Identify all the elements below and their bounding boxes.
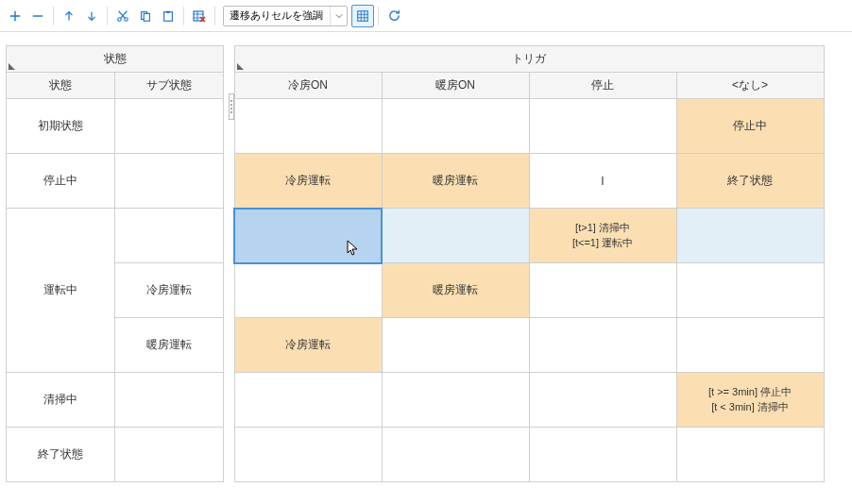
state-cell[interactable]: 運転中 — [7, 209, 115, 373]
trigger-col[interactable]: 停止 — [529, 73, 676, 99]
grid-cell[interactable] — [234, 373, 382, 428]
grid-cell[interactable]: 暖房運転 — [382, 154, 529, 209]
grid-cell[interactable]: 停止中 — [676, 99, 824, 154]
state-table: 状態 状態 サブ状態 初期状態 停止中 運転中 冷房運転 暖房運転 清掃中 終了… — [6, 45, 224, 482]
grid-cell[interactable] — [529, 99, 676, 154]
substate-cell[interactable]: 冷房運転 — [115, 263, 224, 318]
refresh-icon[interactable] — [383, 5, 405, 27]
substate-cell[interactable] — [115, 209, 224, 263]
grid-cell-selected[interactable] — [234, 209, 382, 263]
grid-cell[interactable] — [382, 318, 529, 373]
grid-cell[interactable] — [529, 263, 676, 318]
state-cell[interactable]: 初期状態 — [7, 99, 115, 154]
grid-cell[interactable] — [676, 318, 824, 373]
cell-line: [t >= 3min] 停止中 — [708, 386, 792, 397]
grid-cell[interactable] — [676, 428, 824, 482]
move-down-button[interactable] — [80, 5, 103, 27]
trigger-col[interactable]: <なし> — [676, 73, 824, 99]
grid-cell[interactable] — [234, 263, 382, 318]
trigger-col[interactable]: 冷房ON — [234, 73, 382, 99]
trigger-col[interactable]: 暖房ON — [382, 73, 529, 99]
grid-view-icon[interactable] — [351, 5, 374, 27]
grid-cell[interactable] — [382, 428, 529, 482]
highlight-select-input[interactable] — [224, 8, 330, 24]
svg-point-1 — [125, 17, 128, 21]
trigger-header-label: トリガ — [512, 52, 546, 65]
cell-line: [t<=1] 運転中 — [572, 237, 633, 248]
grid-cell[interactable] — [676, 263, 824, 318]
grid-cell[interactable] — [529, 318, 676, 373]
delete-row-icon[interactable] — [188, 5, 211, 27]
cursor-icon — [347, 240, 360, 257]
grid-cell[interactable]: I — [529, 154, 676, 209]
state-header-label: 状態 — [104, 52, 127, 65]
grid-cell[interactable] — [529, 428, 676, 482]
grid-cell[interactable]: 冷房運転 — [234, 154, 382, 209]
copy-icon[interactable] — [134, 5, 157, 27]
substate-cell[interactable] — [115, 428, 224, 482]
cell-line: [t < 3min] 清掃中 — [711, 401, 789, 412]
chevron-down-icon[interactable] — [330, 7, 347, 25]
paste-icon[interactable] — [157, 5, 179, 27]
add-button[interactable] — [4, 5, 26, 27]
grid-cell[interactable] — [382, 209, 529, 263]
trigger-header[interactable]: トリガ — [234, 46, 824, 73]
svg-point-0 — [118, 17, 122, 21]
svg-rect-5 — [166, 10, 170, 12]
grid-cell[interactable] — [382, 99, 529, 154]
grid-cell[interactable] — [382, 373, 529, 428]
col-state[interactable]: 状態 — [7, 73, 115, 99]
grid-cell[interactable] — [234, 428, 382, 482]
state-cell[interactable]: 清掃中 — [7, 373, 115, 428]
table-container: 状態 状態 サブ状態 初期状態 停止中 運転中 冷房運転 暖房運転 清掃中 終了… — [0, 32, 852, 488]
substate-cell[interactable] — [115, 99, 224, 154]
grid-cell[interactable]: 終了状態 — [676, 154, 824, 209]
state-cell[interactable]: 停止中 — [7, 154, 115, 209]
state-cell[interactable]: 終了状態 — [7, 428, 115, 482]
col-substate[interactable]: サブ状態 — [115, 73, 224, 99]
trigger-table: トリガ 冷房ON 暖房ON 停止 <なし> 停止中 — [233, 45, 825, 482]
highlight-select[interactable] — [223, 6, 348, 26]
cell-line: [t>1] 清掃中 — [575, 222, 630, 233]
grid-cell[interactable]: 暖房運転 — [382, 263, 529, 318]
grid-cell[interactable]: [t>1] 清掃中 [t<=1] 運転中 — [529, 209, 676, 263]
collapse-icon — [9, 63, 15, 70]
substate-cell[interactable] — [115, 373, 224, 428]
substate-cell[interactable] — [115, 154, 224, 209]
svg-rect-7 — [358, 10, 368, 21]
state-header[interactable]: 状態 — [7, 46, 224, 73]
grid-cell[interactable] — [676, 209, 824, 263]
svg-rect-3 — [144, 13, 149, 21]
grid-cell[interactable] — [529, 373, 676, 428]
svg-rect-4 — [164, 11, 173, 21]
move-up-button[interactable] — [58, 5, 80, 27]
grid-cell[interactable] — [234, 99, 382, 154]
collapse-icon — [237, 63, 244, 70]
grid-cell[interactable]: [t >= 3min] 停止中 [t < 3min] 清掃中 — [676, 373, 824, 428]
substate-cell[interactable]: 暖房運転 — [115, 318, 224, 373]
toolbar — [0, 0, 852, 32]
cut-icon[interactable] — [111, 5, 134, 27]
grid-cell[interactable]: 冷房運転 — [234, 318, 382, 373]
remove-button[interactable] — [26, 5, 49, 27]
